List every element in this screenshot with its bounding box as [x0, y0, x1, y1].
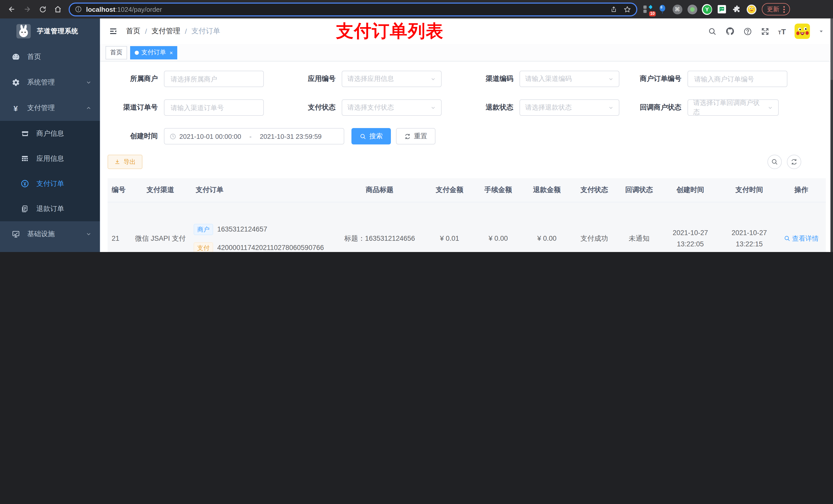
close-tab-icon[interactable]: × [170, 49, 173, 55]
col-notify: 回调状态 [617, 186, 661, 195]
tags-view-bar: 首页 支付订单 × [100, 44, 833, 62]
tab-pay-order[interactable]: 支付订单 × [130, 46, 177, 59]
tab-groups-extension-icon[interactable]: 10 [642, 4, 653, 14]
export-button[interactable]: 导出 [108, 155, 142, 169]
reload-icon[interactable] [36, 3, 49, 16]
storefront-icon [21, 129, 29, 138]
sidebar-item-refund-order[interactable]: 退款订单 [0, 196, 100, 221]
gear-icon [11, 78, 20, 87]
filter-label-ctime: 创建时间 [108, 131, 164, 141]
refundstate-select[interactable]: 请选择退款状态 [520, 99, 619, 116]
sidebar-item-home[interactable]: 首页 [0, 44, 100, 70]
paystate-select[interactable]: 请选择支付状态 [342, 99, 442, 116]
tab-home[interactable]: 首页 [105, 46, 127, 59]
sidebar-item-dev-tools[interactable]: 研发工具 [0, 247, 100, 252]
col-status: 支付状态 [571, 186, 617, 195]
sidebar-item-merchant-info[interactable]: 商户信息 [0, 121, 100, 146]
home-icon[interactable] [51, 3, 65, 16]
command-extension-icon[interactable]: ⌘ [672, 4, 682, 14]
merchant-select[interactable] [164, 71, 264, 87]
filter-label-paystate: 支付状态 [285, 103, 342, 112]
chorder-input[interactable] [170, 103, 258, 112]
back-icon[interactable] [5, 3, 19, 16]
filter-label-chcode: 渠道编码 [463, 74, 520, 83]
font-size-icon[interactable]: TT [778, 27, 786, 35]
cell-notify: 未通知 [617, 202, 661, 252]
chrome-update-button[interactable]: 更新 [762, 3, 790, 15]
col-amount: 支付金额 [425, 186, 474, 195]
forward-icon[interactable] [21, 3, 34, 16]
recorder-extension-icon[interactable] [687, 4, 697, 14]
share-icon[interactable] [610, 6, 617, 13]
profile-avatar[interactable] [746, 4, 757, 14]
extensions-strip: 10 ⌘ Y [642, 4, 757, 14]
sidebar-item-system[interactable]: 系统管理 [0, 70, 100, 95]
cell-title: 标题：1635312124656 [334, 202, 425, 252]
help-icon[interactable] [743, 27, 752, 35]
notifystate-select[interactable]: 请选择订单回调商户状态 [688, 99, 779, 116]
avatar-caret-icon[interactable] [819, 29, 824, 34]
table-toolbar: 导出 [108, 155, 826, 169]
view-detail-link[interactable]: 查看详情 [784, 234, 819, 243]
sidebar-collapse-icon[interactable] [109, 27, 118, 36]
extension-badge: 10 [649, 11, 656, 16]
extensions-puzzle-icon[interactable] [732, 4, 742, 14]
mchorder-input[interactable] [693, 74, 782, 83]
merchant-order-no: 1635312124657 [217, 225, 267, 233]
chcode-select[interactable]: 请输入渠道编码 [520, 71, 619, 87]
breadcrumb-current: 支付订单 [192, 27, 220, 36]
cell-channel: 微信 JSAPI 支付 [130, 202, 191, 252]
filter-label-refundstate: 退款状态 [463, 103, 520, 112]
refresh-icon [404, 133, 411, 140]
github-icon[interactable] [725, 27, 734, 36]
site-info-icon[interactable] [75, 6, 82, 13]
create-time-range-picker[interactable]: 2021-10-01 00:00:00 - 2021-10-31 23:59:5… [164, 128, 344, 144]
search-button[interactable]: 搜索 [352, 128, 391, 144]
app-logo[interactable]: 芋道管理系统 [0, 19, 100, 44]
logo-rabbit-avatar [16, 24, 31, 39]
sidebar-item-pay-order[interactable]: 支付订单 [0, 171, 100, 196]
app-title: 芋道管理系统 [37, 27, 78, 36]
fullscreen-icon[interactable] [761, 27, 769, 35]
toggle-search-button[interactable] [767, 155, 782, 169]
sidebar-item-infrastructure[interactable]: 基础设施 [0, 221, 100, 247]
merchant-input[interactable] [170, 74, 258, 83]
y-extension-icon[interactable]: Y [702, 4, 712, 14]
filter-label-chorder: 渠道订单号 [108, 103, 164, 112]
filter-label-mchorder: 商户订单编号 [640, 74, 688, 83]
bookmark-star-icon[interactable] [623, 5, 631, 13]
balloon-extension-icon[interactable] [657, 4, 668, 14]
cell-pay-time: 2021-10-2713:22:15 [720, 202, 779, 252]
filter-form: 所属商户 应用编号 请选择应用信息 渠道编码 请输入渠道编码 [108, 62, 826, 144]
search-icon[interactable] [708, 27, 716, 35]
breadcrumb-section[interactable]: 支付管理 [152, 27, 180, 36]
user-avatar[interactable] [794, 24, 810, 39]
active-tab-dot [135, 50, 139, 54]
page-content: 所属商户 应用编号 请选择应用信息 渠道编码 请输入渠道编码 [100, 62, 833, 252]
chorder-field[interactable] [164, 99, 264, 116]
col-fee: 手续金额 [474, 186, 523, 195]
mchorder-field[interactable] [688, 71, 787, 87]
breadcrumb-home[interactable]: 首页 [126, 27, 140, 36]
col-ptime: 支付时间 [720, 186, 779, 195]
url-bar[interactable]: localhost:1024/pay/order [69, 2, 637, 16]
table-row: 21 微信 JSAPI 支付 商户 1635312124657 支付 [108, 202, 826, 252]
grid-table-icon [21, 154, 29, 163]
orders-table: 编号 支付渠道 支付订单 商品标题 支付金额 手续金额 退款金额 支付状态 回调… [108, 178, 826, 252]
reset-button[interactable]: 重置 [396, 128, 435, 144]
browser-menu-icon[interactable] [783, 6, 785, 13]
breadcrumb: 首页 / 支付管理 / 支付订单 [126, 27, 220, 36]
col-refund: 退款金额 [523, 186, 571, 195]
chevron-down-icon [608, 76, 614, 82]
search-icon [784, 235, 790, 242]
cell-status: 支付成功 [571, 202, 617, 252]
table-header-row: 编号 支付渠道 支付订单 商品标题 支付金额 手续金额 退款金额 支付状态 回调… [108, 178, 826, 202]
chevron-up-icon [86, 105, 92, 111]
appno-select[interactable]: 请选择应用信息 [342, 71, 442, 87]
refresh-table-button[interactable] [787, 155, 801, 169]
sidebar-item-pay[interactable]: ¥ 支付管理 [0, 95, 100, 121]
chevron-down-icon [430, 76, 436, 82]
chat-extension-icon[interactable] [717, 4, 727, 14]
page-scrollbar[interactable] [830, 19, 833, 252]
sidebar-item-app-info[interactable]: 应用信息 [0, 146, 100, 171]
